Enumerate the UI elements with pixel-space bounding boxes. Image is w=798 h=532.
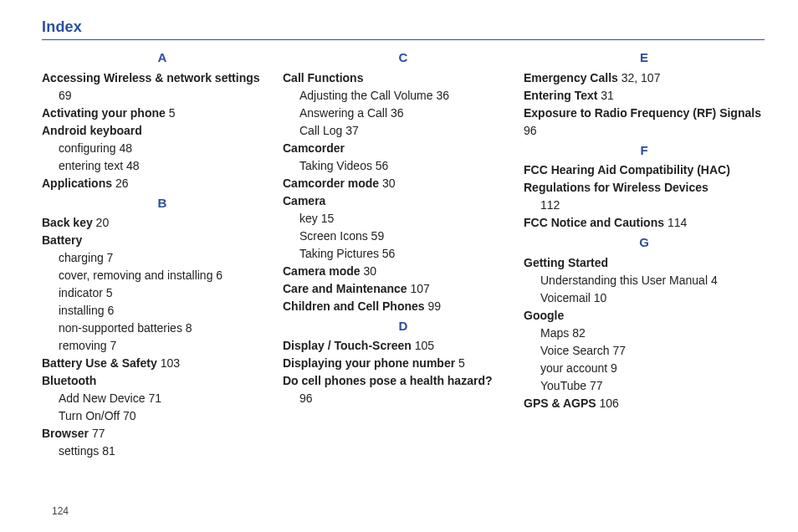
index-subentry-page: 36	[391, 106, 404, 120]
index-entry-label: Call Functions	[283, 71, 363, 84]
index-entry: Camera	[283, 192, 524, 210]
index-entry: Applications 26	[42, 175, 283, 192]
index-subentry-label: Taking Pictures	[299, 247, 379, 260]
index-letter: D	[283, 317, 524, 336]
index-entry-label: Entering Text	[524, 89, 597, 102]
index-subentry: Taking Pictures 56	[283, 245, 524, 263]
index-entry: Exposure to Radio Frequency (RF) Signals…	[524, 105, 765, 140]
index-subentry-label: your account	[540, 361, 607, 375]
index-entry-label: FCC Notice and Cautions	[524, 216, 664, 229]
index-entry-page: 106	[600, 396, 619, 410]
index-subentry-label: installing	[59, 304, 104, 317]
index-subentry-label: Add New Device	[59, 391, 146, 405]
index-entry: Activating your phone 5	[42, 105, 283, 122]
index-columns: AAccessing Wireless & network settings69…	[42, 47, 765, 460]
index-subentry-page: 7	[110, 339, 116, 352]
index-entry-label: Do cell phones pose a health hazard?	[283, 374, 493, 387]
index-entry: Care and Maintenance 107	[283, 280, 524, 298]
index-column: CCall FunctionsAdjusting the Call Volume…	[283, 47, 524, 460]
index-subentry-page: 6	[107, 304, 114, 317]
index-subentry-page: 37	[345, 124, 359, 137]
index-subentry: non-supported batteries 8	[42, 320, 283, 337]
index-entry-label: Battery Use & Safety	[42, 356, 157, 370]
index-entry-label: Camera mode	[283, 264, 361, 278]
index-subentry-label: configuring	[59, 141, 116, 155]
title-rule	[42, 39, 765, 40]
index-entry-label: Displaying your phone number	[283, 356, 455, 370]
index-entry-label: Android keyboard	[42, 124, 142, 137]
index-entry: Children and Cell Phones 99	[283, 298, 524, 315]
index-entry: Google	[524, 307, 765, 325]
index-subentry-label: Turn On/Off	[59, 409, 120, 422]
index-entry-label: GPS & AGPS	[524, 396, 596, 410]
index-subentry: Add New Device 71	[42, 390, 283, 407]
index-letter: A	[42, 49, 283, 68]
index-entry-label: Camera	[283, 194, 325, 207]
index-entry: Battery Use & Safety 103	[42, 355, 283, 372]
index-letter: B	[42, 194, 283, 213]
index-entry: Call Functions	[283, 69, 524, 87]
index-entry: Do cell phones pose a health hazard?	[283, 372, 524, 390]
index-entry: Bluetooth	[42, 372, 283, 390]
index-entry-page: 96	[524, 124, 537, 137]
index-subentry-label: Taking Videos	[299, 159, 372, 172]
index-subentry-label: Voice Search	[540, 344, 610, 357]
index-entry-page: 114	[668, 216, 687, 229]
index-subentry-page: 7	[107, 251, 114, 264]
index-entry-page: 99	[427, 299, 441, 313]
index-subentry: Turn On/Off 70	[42, 407, 283, 425]
index-entry-label: Camcorder	[283, 141, 345, 155]
index-subentry: configuring 48	[42, 140, 283, 157]
index-subentry: Screen Icons 59	[283, 228, 524, 245]
index-entry: Emergency Calls 32, 107	[524, 69, 765, 87]
index-letter: E	[524, 49, 765, 68]
index-subentry-page: 10	[594, 291, 607, 304]
index-subentry: Taking Videos 56	[283, 157, 524, 175]
index-subentry: charging 7	[42, 249, 283, 267]
index-letter: G	[524, 233, 765, 253]
index-subentry-label: key	[299, 212, 318, 225]
index-subentry-page: 59	[371, 229, 385, 243]
index-entry-page: 5	[169, 106, 176, 120]
index-subentry-label: settings	[59, 444, 99, 458]
index-subentry-label: cover, removing and installing	[59, 269, 212, 282]
index-subentry: 69	[42, 87, 283, 105]
index-subentry-page: 8	[186, 321, 192, 335]
index-subentry-page: 70	[123, 409, 136, 422]
index-entry: Displaying your phone number 5	[283, 355, 524, 372]
index-entry-label: Bluetooth	[42, 374, 96, 387]
index-subentry-page: 9	[611, 361, 617, 375]
index-subentry: removing 7	[42, 337, 283, 355]
index-subentry-page: 77	[612, 344, 626, 357]
index-subentry: YouTube 77	[524, 377, 765, 395]
index-subentry-page: 82	[572, 326, 586, 340]
index-entry-page: 32, 107	[622, 71, 661, 84]
index-subentry-page: 15	[321, 212, 335, 225]
index-entry-page: 77	[92, 427, 105, 440]
index-entry-label: Google	[524, 309, 564, 322]
index-entry: Android keyboard	[42, 122, 283, 140]
index-subentry: Voicemail 10	[524, 289, 765, 307]
page-title: Index	[42, 18, 765, 36]
index-subentry-label: Voicemail	[540, 291, 591, 304]
index-entry-label: Back key	[42, 216, 93, 229]
page-number: 124	[52, 505, 69, 517]
index-entry-label: Emergency Calls	[524, 71, 618, 84]
index-subentry-label: 69	[59, 89, 72, 102]
index-subentry: Answering a Call 36	[283, 105, 524, 122]
index-entry-label: Exposure to Radio Frequency (RF) Signals	[524, 106, 761, 120]
index-subentry: Adjusting the Call Volume 36	[283, 87, 524, 105]
index-subentry: cover, removing and installing 6	[42, 267, 283, 284]
index-entry-label: Battery	[42, 233, 82, 247]
index-entry: GPS & AGPS 106	[524, 395, 765, 412]
index-subentry: Call Log 37	[283, 122, 524, 140]
index-column: EEmergency Calls 32, 107Entering Text 31…	[524, 47, 765, 460]
index-entry: Display / Touch-Screen 105	[283, 337, 524, 355]
index-subentry-page: 5	[106, 286, 113, 299]
index-subentry: Understanding this User Manual 4	[524, 272, 765, 289]
index-entry-page: 30	[363, 264, 376, 278]
index-subentry: indicator 5	[42, 284, 283, 302]
index-subentry-page: 48	[119, 141, 132, 155]
index-subentry-page: 56	[376, 159, 389, 172]
index-entry-label: Getting Started	[524, 256, 608, 269]
